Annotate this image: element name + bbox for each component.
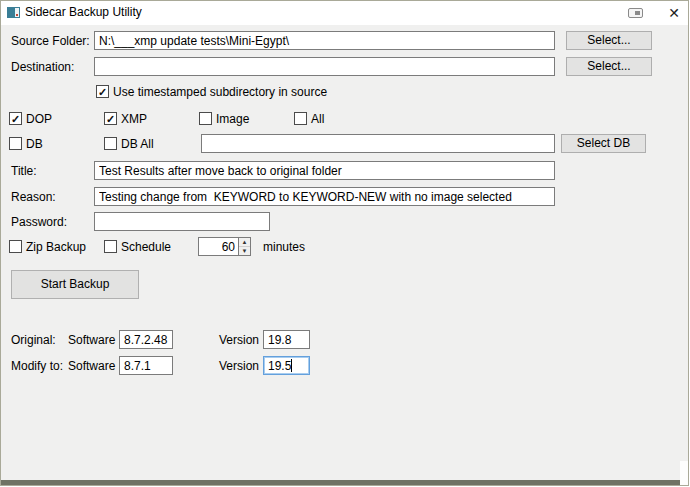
- source-folder-input[interactable]: [94, 31, 555, 50]
- modify-version-input[interactable]: [263, 356, 310, 375]
- all-checkbox[interactable]: [294, 112, 307, 125]
- select-source-button[interactable]: Select...: [566, 31, 652, 50]
- original-software-input[interactable]: [119, 330, 173, 349]
- title-field-label: Title:: [11, 164, 37, 178]
- original-software-label: Software: [68, 333, 115, 347]
- close-button[interactable]: ✕: [663, 3, 685, 23]
- modify-version-label: Version: [219, 359, 259, 373]
- title-bar: Sidecar Backup Utility ✕: [1, 1, 688, 25]
- schedule-checkbox[interactable]: [104, 240, 117, 253]
- timestamp-checkbox-label: Use timestamped subdirectory in source: [113, 85, 327, 99]
- reason-input[interactable]: [94, 187, 555, 206]
- zip-backup-checkbox[interactable]: [9, 240, 22, 253]
- image-checkbox[interactable]: [199, 112, 212, 125]
- timestamp-checkbox[interactable]: ✓: [96, 85, 109, 98]
- touch-keyboard-icon[interactable]: [628, 8, 643, 18]
- password-input[interactable]: [94, 212, 270, 231]
- modify-to-label: Modify to:: [11, 359, 63, 373]
- spinner-buttons: ▲ ▼: [238, 237, 251, 256]
- dop-checkbox-label: DOP: [26, 112, 52, 126]
- image-checkbox-label: Image: [216, 112, 249, 126]
- window-title: Sidecar Backup Utility: [25, 5, 142, 19]
- spin-up-button[interactable]: ▲: [239, 238, 250, 246]
- xmp-checkbox-label: XMP: [121, 112, 147, 126]
- schedule-minutes-spinner[interactable]: ▲ ▼: [198, 237, 251, 256]
- destination-label: Destination:: [11, 60, 74, 74]
- bottom-right-corner: [680, 461, 688, 485]
- db-all-checkbox[interactable]: [104, 137, 117, 150]
- all-checkbox-label: All: [311, 112, 324, 126]
- app-window: Sidecar Backup Utility ✕ Source Folder: …: [0, 0, 689, 486]
- keyboard-icon-dot: [635, 11, 640, 15]
- reason-field-label: Reason:: [11, 190, 56, 204]
- source-folder-label: Source Folder:: [11, 34, 90, 48]
- dop-checkbox[interactable]: ✓: [9, 112, 22, 125]
- original-version-input[interactable]: [263, 330, 310, 349]
- password-field-label: Password:: [11, 215, 67, 229]
- original-label: Original:: [11, 333, 56, 347]
- destination-input[interactable]: [94, 57, 555, 76]
- db-checkbox-label: DB: [26, 137, 43, 151]
- xmp-checkbox[interactable]: ✓: [104, 112, 117, 125]
- start-backup-button[interactable]: Start Backup: [11, 270, 139, 299]
- select-destination-button[interactable]: Select...: [566, 57, 652, 76]
- minutes-input[interactable]: [198, 237, 238, 256]
- select-db-button[interactable]: Select DB: [561, 134, 646, 153]
- spin-down-button[interactable]: ▼: [239, 246, 250, 254]
- db-checkbox[interactable]: [9, 137, 22, 150]
- schedule-checkbox-label: Schedule: [121, 240, 171, 254]
- db-all-checkbox-label: DB All: [121, 137, 154, 151]
- title-input[interactable]: [94, 161, 555, 180]
- minutes-label: minutes: [263, 240, 305, 254]
- text-caret: [291, 359, 292, 372]
- original-version-label: Version: [219, 333, 259, 347]
- db-path-input[interactable]: [201, 134, 555, 153]
- zip-backup-checkbox-label: Zip Backup: [26, 240, 86, 254]
- modify-software-label: Software: [68, 359, 115, 373]
- modify-software-input[interactable]: [119, 356, 173, 375]
- window-bottom-edge: [1, 480, 682, 485]
- app-icon: [7, 6, 20, 19]
